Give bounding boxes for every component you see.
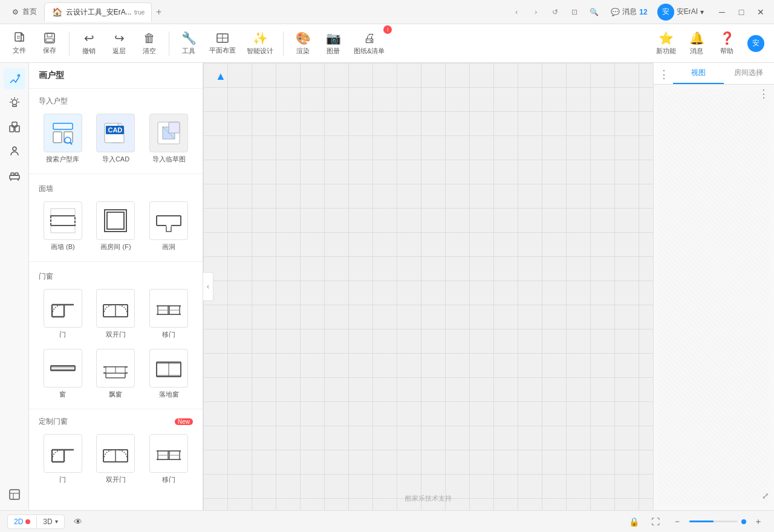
help-icon: ❓ [720, 31, 735, 45]
message-area[interactable]: 💬 消息 12 [606, 5, 652, 18]
fit-screen-button[interactable]: ⛶ [647, 513, 664, 530]
right-tab-view[interactable]: 视图 [673, 63, 724, 84]
eye-button[interactable]: 👁 [70, 513, 86, 530]
draw-room-item[interactable]: 画房间 (F) [92, 199, 140, 254]
help-button[interactable]: ❓ 帮助 [712, 28, 741, 59]
import-grid: 搜索户型库 CAD 导入CAD [39, 111, 193, 166]
toolbar-avatar[interactable]: 安 [747, 35, 764, 52]
file-button[interactable]: 文件 [5, 28, 34, 59]
sidebar-furniture-icon[interactable] [4, 164, 25, 186]
view-options-button[interactable]: ⋮ [758, 87, 769, 100]
save-button[interactable]: 保存 [35, 28, 64, 59]
svg-rect-38 [51, 209, 75, 233]
sliding-door-item[interactable]: 移门 [145, 287, 193, 342]
tools-button[interactable]: 🔧 工具 [174, 28, 203, 59]
right-tools-group: ⭐ 新功能 🔔 消息 ❓ 帮助 安 [651, 28, 769, 59]
custom-double-door-item[interactable]: 双开门 [92, 432, 140, 487]
view-2d-button[interactable]: 2D [8, 515, 36, 528]
floor-plan-button[interactable]: 平面布置 [204, 28, 241, 59]
door-label: 门 [59, 330, 66, 339]
svg-rect-28 [53, 123, 73, 129]
sketch-thumb [149, 114, 188, 152]
new-feature-label: 新功能 [656, 47, 676, 56]
sidebar-draw-icon[interactable] [4, 68, 25, 89]
zoom-track [689, 521, 738, 522]
print-icon: 🖨 [363, 31, 376, 45]
address-button[interactable]: ⊡ [567, 5, 582, 19]
user-area[interactable]: 安 安ErAI ▾ [657, 4, 704, 21]
divider-3 [29, 409, 203, 409]
tab-close-btn[interactable]: true [135, 8, 144, 16]
canvas-grid[interactable]: ▲ 酷家乐技术支持 [203, 63, 653, 510]
window-item[interactable]: 窗 [39, 346, 87, 401]
sidebar-materials-icon[interactable] [4, 116, 25, 138]
print-button[interactable]: 🖨 ! 图纸&清单 [349, 28, 389, 59]
custom-sliding-door-label: 移门 [162, 475, 175, 484]
window-thumb [44, 349, 82, 388]
draw-hole-item[interactable]: 画洞 [145, 199, 193, 254]
search-lib-thumb [44, 114, 82, 152]
draw-hole-thumb [149, 201, 188, 240]
sidebar-bottom-icon[interactable] [4, 484, 25, 505]
draw-wall-item[interactable]: 画墙 (B) [39, 199, 87, 254]
redo-button[interactable]: ↪ 返层 [105, 28, 134, 59]
maximize-button[interactable]: □ [733, 4, 750, 21]
file-icon [13, 31, 26, 45]
import-cad-item[interactable]: CAD 导入CAD [92, 111, 140, 166]
zoom-handle[interactable] [741, 519, 746, 524]
right-panel-expand-button[interactable]: ⤢ [762, 491, 769, 501]
search-lib-label: 搜索户型库 [46, 155, 79, 164]
panel-title: 画户型 [29, 63, 203, 89]
draw-room-label: 画房间 (F) [100, 242, 131, 251]
custom-door-item[interactable]: 门 [39, 432, 87, 487]
nav-forward-button[interactable]: › [528, 5, 543, 19]
sidebar-light-icon[interactable] [4, 92, 25, 114]
smart-design-button[interactable]: ✨ 智能设计 [242, 28, 278, 59]
collapse-left-panel-button[interactable]: ‹ [203, 272, 213, 301]
svg-rect-21 [11, 173, 14, 175]
import-sketch-item[interactable]: 导入临草图 [145, 111, 193, 166]
message-button[interactable]: 🔔 消息 [682, 28, 711, 59]
sidebar-people-icon[interactable] [4, 140, 25, 162]
draw-room-thumb [96, 201, 135, 240]
lock-button[interactable]: 🔒 [625, 513, 642, 530]
render-button[interactable]: 🎨 渲染 [288, 28, 317, 59]
right-tab-room[interactable]: 房间选择 [724, 63, 775, 84]
save-label: 保存 [43, 46, 56, 55]
view-3d-button[interactable]: 3D ▾ [37, 515, 63, 528]
floor-window-item[interactable]: 落地窗 [145, 346, 193, 401]
search-button[interactable]: 🔍 [587, 5, 601, 19]
main-area: 画户型 导入户型 搜索户型库 [0, 63, 774, 510]
smart-design-icon: ✨ [253, 31, 268, 45]
undo-button[interactable]: ↩ 撤销 [74, 28, 103, 59]
right-panel-more-button[interactable]: ⋮ [659, 68, 669, 81]
custom-items-grid: 门 双开门 [39, 432, 193, 487]
door-item[interactable]: 门 [39, 287, 87, 342]
add-tab-button[interactable]: + [152, 5, 166, 19]
tab-home[interactable]: ⚙ 首页 [5, 2, 44, 22]
new-feature-button[interactable]: ⭐ 新功能 [651, 28, 681, 59]
album-label: 图册 [327, 47, 340, 56]
clear-button[interactable]: 🗑 清空 [135, 28, 164, 59]
close-button[interactable]: ✕ [752, 4, 769, 21]
tab-design[interactable]: 🏠 云设计工具_安ErA... true [44, 2, 152, 22]
nav-back-button[interactable]: ‹ [509, 5, 524, 19]
custom-sliding-door-item[interactable]: 移门 [145, 432, 193, 487]
floor-window-label: 落地窗 [159, 390, 179, 399]
bay-window-item[interactable]: 飘窗 [92, 346, 140, 401]
print-badge: ! [383, 25, 392, 34]
message-count: 12 [639, 8, 647, 16]
window-controls: ─ □ ✕ [714, 4, 769, 21]
zoom-out-button[interactable]: － [669, 513, 686, 530]
refresh-button[interactable]: ↺ [548, 5, 562, 19]
custom-section-header: 定制门窗 New [39, 417, 193, 427]
main-toolbar: 文件 保存 ↩ 撤销 ↪ 返层 🗑 清空 [0, 24, 774, 63]
minimize-button[interactable]: ─ [714, 4, 730, 21]
album-button[interactable]: 📷 图册 [319, 28, 348, 59]
bay-window-label: 飘窗 [109, 390, 122, 399]
double-door-item[interactable]: 双开门 [92, 287, 140, 342]
zoom-in-button[interactable]: ＋ [750, 513, 767, 530]
save-icon [43, 31, 56, 45]
canvas-arrow-indicator: ▲ [215, 70, 226, 83]
import-search-lib[interactable]: 搜索户型库 [39, 111, 87, 166]
